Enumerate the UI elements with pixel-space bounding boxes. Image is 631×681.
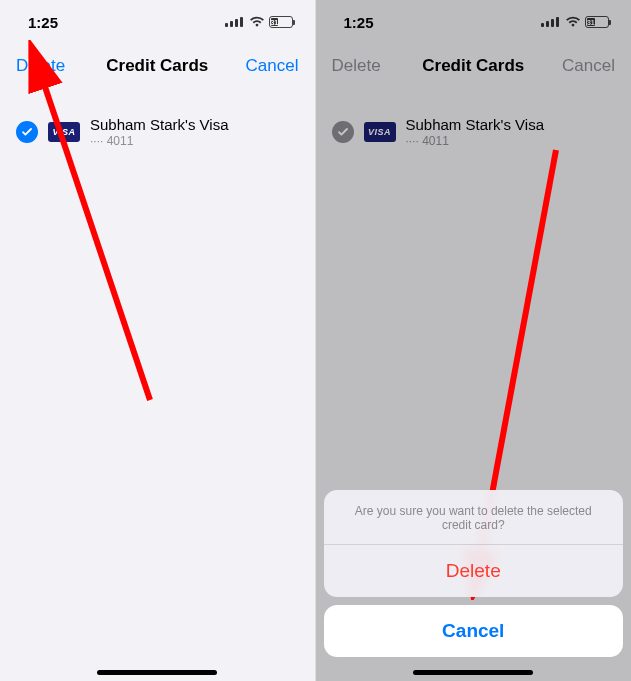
cancel-button[interactable]: Cancel (246, 56, 299, 76)
card-masked-number: ···· 4011 (90, 134, 229, 148)
selection-check-icon[interactable] (16, 121, 38, 143)
battery-icon: 31 (269, 16, 293, 28)
status-bar: 1:25 31 (0, 0, 315, 44)
visa-badge: VISA (48, 122, 80, 142)
home-indicator[interactable] (413, 670, 533, 675)
card-row[interactable]: VISA Subham Stark's Visa ···· 4011 (16, 108, 299, 156)
card-list: VISA Subham Stark's Visa ···· 4011 (0, 108, 315, 156)
card-name: Subham Stark's Visa (90, 116, 229, 133)
nav-bar: Delete Credit Cards Cancel (0, 44, 315, 88)
page-title: Credit Cards (106, 56, 208, 76)
action-sheet: Are you sure you want to delete the sele… (324, 490, 624, 657)
confirm-delete-button[interactable]: Delete (324, 545, 624, 597)
status-right: 31 (225, 16, 293, 28)
screen-credit-cards-confirm: 1:25 31 Delete Credit Cards Cancel VISA … (316, 0, 632, 681)
annotation-arrow (20, 40, 170, 410)
sheet-cancel-button[interactable]: Cancel (324, 605, 624, 657)
battery-level: 31 (271, 18, 279, 26)
home-indicator[interactable] (97, 670, 217, 675)
status-time: 1:25 (28, 14, 58, 31)
card-info: Subham Stark's Visa ···· 4011 (90, 116, 229, 148)
wifi-icon (249, 16, 265, 28)
cellular-icon (225, 17, 243, 27)
delete-button[interactable]: Delete (16, 56, 65, 76)
sheet-message: Are you sure you want to delete the sele… (324, 490, 624, 544)
action-sheet-group: Are you sure you want to delete the sele… (324, 490, 624, 597)
screen-credit-cards-edit: 1:25 31 Delete Credit Cards Cancel VISA … (0, 0, 316, 681)
